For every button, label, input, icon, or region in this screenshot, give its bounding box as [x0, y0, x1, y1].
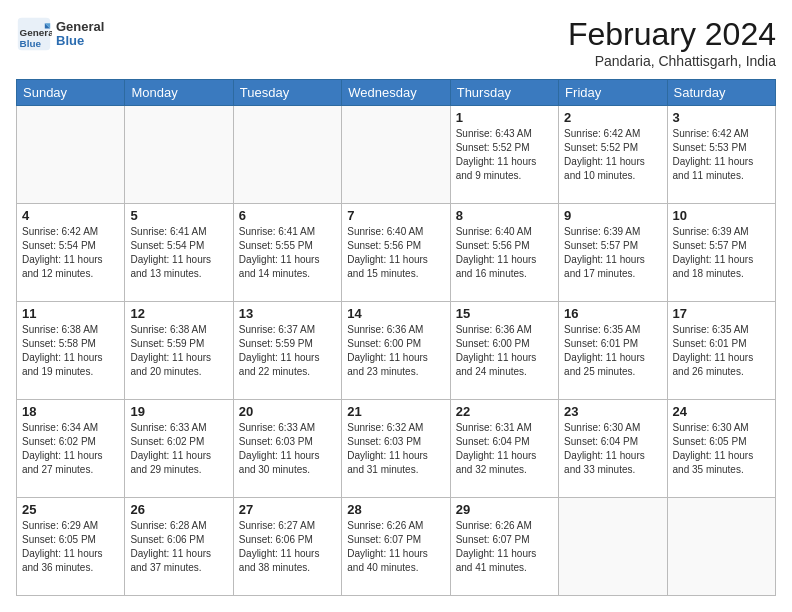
calendar-cell: 5Sunrise: 6:41 AMSunset: 5:54 PMDaylight…	[125, 204, 233, 302]
week-row-4: 18Sunrise: 6:34 AMSunset: 6:02 PMDayligh…	[17, 400, 776, 498]
day-number: 14	[347, 306, 444, 321]
calendar-cell: 3Sunrise: 6:42 AMSunset: 5:53 PMDaylight…	[667, 106, 775, 204]
day-number: 19	[130, 404, 227, 419]
calendar-cell: 11Sunrise: 6:38 AMSunset: 5:58 PMDayligh…	[17, 302, 125, 400]
col-header-thursday: Thursday	[450, 80, 558, 106]
week-row-2: 4Sunrise: 6:42 AMSunset: 5:54 PMDaylight…	[17, 204, 776, 302]
week-row-3: 11Sunrise: 6:38 AMSunset: 5:58 PMDayligh…	[17, 302, 776, 400]
day-number: 15	[456, 306, 553, 321]
day-info: Sunrise: 6:26 AMSunset: 6:07 PMDaylight:…	[456, 519, 553, 575]
day-info: Sunrise: 6:28 AMSunset: 6:06 PMDaylight:…	[130, 519, 227, 575]
day-number: 11	[22, 306, 119, 321]
day-number: 17	[673, 306, 770, 321]
calendar-cell: 2Sunrise: 6:42 AMSunset: 5:52 PMDaylight…	[559, 106, 667, 204]
day-info: Sunrise: 6:35 AMSunset: 6:01 PMDaylight:…	[564, 323, 661, 379]
calendar-cell: 19Sunrise: 6:33 AMSunset: 6:02 PMDayligh…	[125, 400, 233, 498]
calendar-cell: 28Sunrise: 6:26 AMSunset: 6:07 PMDayligh…	[342, 498, 450, 596]
calendar-cell	[233, 106, 341, 204]
day-number: 7	[347, 208, 444, 223]
day-info: Sunrise: 6:32 AMSunset: 6:03 PMDaylight:…	[347, 421, 444, 477]
day-info: Sunrise: 6:39 AMSunset: 5:57 PMDaylight:…	[673, 225, 770, 281]
day-info: Sunrise: 6:40 AMSunset: 5:56 PMDaylight:…	[347, 225, 444, 281]
day-info: Sunrise: 6:41 AMSunset: 5:55 PMDaylight:…	[239, 225, 336, 281]
calendar-cell: 21Sunrise: 6:32 AMSunset: 6:03 PMDayligh…	[342, 400, 450, 498]
calendar-cell: 16Sunrise: 6:35 AMSunset: 6:01 PMDayligh…	[559, 302, 667, 400]
day-number: 28	[347, 502, 444, 517]
calendar-cell: 22Sunrise: 6:31 AMSunset: 6:04 PMDayligh…	[450, 400, 558, 498]
col-header-saturday: Saturday	[667, 80, 775, 106]
day-info: Sunrise: 6:31 AMSunset: 6:04 PMDaylight:…	[456, 421, 553, 477]
calendar-cell: 1Sunrise: 6:43 AMSunset: 5:52 PMDaylight…	[450, 106, 558, 204]
calendar-cell	[559, 498, 667, 596]
day-number: 18	[22, 404, 119, 419]
day-number: 27	[239, 502, 336, 517]
day-number: 21	[347, 404, 444, 419]
week-row-1: 1Sunrise: 6:43 AMSunset: 5:52 PMDaylight…	[17, 106, 776, 204]
calendar-cell: 15Sunrise: 6:36 AMSunset: 6:00 PMDayligh…	[450, 302, 558, 400]
calendar-cell: 12Sunrise: 6:38 AMSunset: 5:59 PMDayligh…	[125, 302, 233, 400]
day-info: Sunrise: 6:36 AMSunset: 6:00 PMDaylight:…	[347, 323, 444, 379]
calendar-cell: 25Sunrise: 6:29 AMSunset: 6:05 PMDayligh…	[17, 498, 125, 596]
day-info: Sunrise: 6:37 AMSunset: 5:59 PMDaylight:…	[239, 323, 336, 379]
day-info: Sunrise: 6:42 AMSunset: 5:52 PMDaylight:…	[564, 127, 661, 183]
col-header-monday: Monday	[125, 80, 233, 106]
calendar-cell: 29Sunrise: 6:26 AMSunset: 6:07 PMDayligh…	[450, 498, 558, 596]
logo-blue: Blue	[56, 34, 104, 48]
day-number: 12	[130, 306, 227, 321]
page: General Blue General Blue February 2024 …	[0, 0, 792, 612]
day-info: Sunrise: 6:30 AMSunset: 6:04 PMDaylight:…	[564, 421, 661, 477]
calendar-cell: 9Sunrise: 6:39 AMSunset: 5:57 PMDaylight…	[559, 204, 667, 302]
day-number: 26	[130, 502, 227, 517]
calendar-cell	[342, 106, 450, 204]
col-header-sunday: Sunday	[17, 80, 125, 106]
day-number: 10	[673, 208, 770, 223]
day-info: Sunrise: 6:30 AMSunset: 6:05 PMDaylight:…	[673, 421, 770, 477]
day-info: Sunrise: 6:27 AMSunset: 6:06 PMDaylight:…	[239, 519, 336, 575]
calendar-cell: 26Sunrise: 6:28 AMSunset: 6:06 PMDayligh…	[125, 498, 233, 596]
day-number: 8	[456, 208, 553, 223]
calendar-cell: 27Sunrise: 6:27 AMSunset: 6:06 PMDayligh…	[233, 498, 341, 596]
logo-general: General	[56, 20, 104, 34]
day-number: 6	[239, 208, 336, 223]
day-number: 5	[130, 208, 227, 223]
day-number: 2	[564, 110, 661, 125]
svg-text:Blue: Blue	[20, 38, 42, 49]
day-info: Sunrise: 6:38 AMSunset: 5:59 PMDaylight:…	[130, 323, 227, 379]
day-info: Sunrise: 6:29 AMSunset: 6:05 PMDaylight:…	[22, 519, 119, 575]
calendar-cell	[667, 498, 775, 596]
day-info: Sunrise: 6:42 AMSunset: 5:53 PMDaylight:…	[673, 127, 770, 183]
day-number: 20	[239, 404, 336, 419]
calendar-cell: 10Sunrise: 6:39 AMSunset: 5:57 PMDayligh…	[667, 204, 775, 302]
day-info: Sunrise: 6:35 AMSunset: 6:01 PMDaylight:…	[673, 323, 770, 379]
day-info: Sunrise: 6:43 AMSunset: 5:52 PMDaylight:…	[456, 127, 553, 183]
calendar-cell: 23Sunrise: 6:30 AMSunset: 6:04 PMDayligh…	[559, 400, 667, 498]
title-block: February 2024 Pandaria, Chhattisgarh, In…	[568, 16, 776, 69]
location-subtitle: Pandaria, Chhattisgarh, India	[568, 53, 776, 69]
day-info: Sunrise: 6:33 AMSunset: 6:02 PMDaylight:…	[130, 421, 227, 477]
week-row-5: 25Sunrise: 6:29 AMSunset: 6:05 PMDayligh…	[17, 498, 776, 596]
day-number: 3	[673, 110, 770, 125]
day-info: Sunrise: 6:40 AMSunset: 5:56 PMDaylight:…	[456, 225, 553, 281]
day-info: Sunrise: 6:36 AMSunset: 6:00 PMDaylight:…	[456, 323, 553, 379]
calendar-cell: 6Sunrise: 6:41 AMSunset: 5:55 PMDaylight…	[233, 204, 341, 302]
day-number: 23	[564, 404, 661, 419]
calendar-cell: 17Sunrise: 6:35 AMSunset: 6:01 PMDayligh…	[667, 302, 775, 400]
calendar-cell: 24Sunrise: 6:30 AMSunset: 6:05 PMDayligh…	[667, 400, 775, 498]
day-number: 9	[564, 208, 661, 223]
day-number: 25	[22, 502, 119, 517]
col-header-friday: Friday	[559, 80, 667, 106]
calendar-cell: 8Sunrise: 6:40 AMSunset: 5:56 PMDaylight…	[450, 204, 558, 302]
calendar-cell	[17, 106, 125, 204]
day-number: 16	[564, 306, 661, 321]
calendar-cell: 7Sunrise: 6:40 AMSunset: 5:56 PMDaylight…	[342, 204, 450, 302]
month-title: February 2024	[568, 16, 776, 53]
day-number: 29	[456, 502, 553, 517]
calendar-table: SundayMondayTuesdayWednesdayThursdayFrid…	[16, 79, 776, 596]
col-header-wednesday: Wednesday	[342, 80, 450, 106]
day-info: Sunrise: 6:41 AMSunset: 5:54 PMDaylight:…	[130, 225, 227, 281]
calendar-cell: 4Sunrise: 6:42 AMSunset: 5:54 PMDaylight…	[17, 204, 125, 302]
header: General Blue General Blue February 2024 …	[16, 16, 776, 69]
calendar-cell: 13Sunrise: 6:37 AMSunset: 5:59 PMDayligh…	[233, 302, 341, 400]
day-number: 13	[239, 306, 336, 321]
calendar-cell: 18Sunrise: 6:34 AMSunset: 6:02 PMDayligh…	[17, 400, 125, 498]
